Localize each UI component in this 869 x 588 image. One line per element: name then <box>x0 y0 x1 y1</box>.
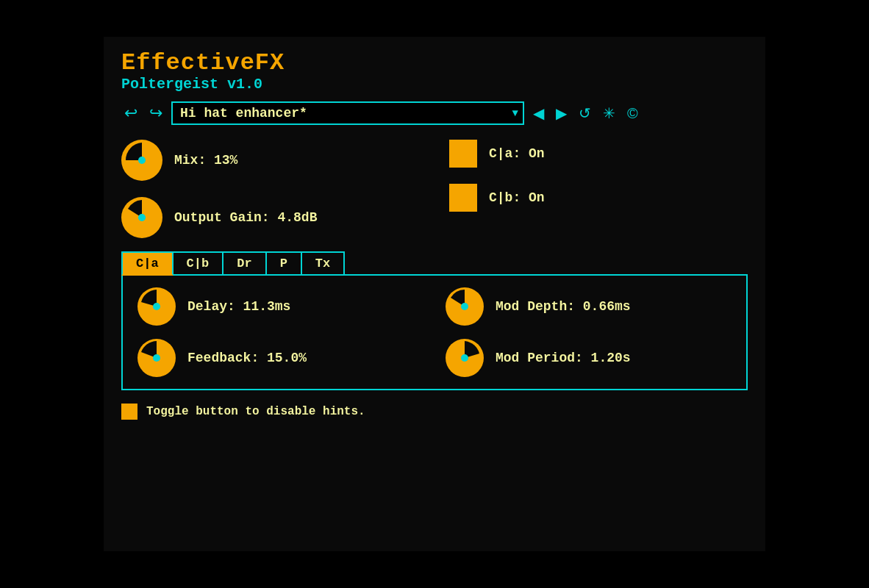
tab-p[interactable]: P <box>265 251 302 276</box>
mod-period-knob[interactable] <box>446 339 484 377</box>
feedback-knob[interactable] <box>137 339 176 377</box>
app-container: EffectiveFX Poltergeist v1.0 ↩ ↪ Hi hat … <box>104 37 765 551</box>
preset-select[interactable]: Hi hat enhancer* Room reverb Shimmer Cho… <box>171 101 524 125</box>
output-gain-row: Output Gain: 4.8dB <box>121 197 420 238</box>
output-gain-label: Output Gain: 4.8dB <box>174 210 317 225</box>
delay-row: Delay: 11.3ms <box>137 287 423 326</box>
mix-label: Mix: 13% <box>174 153 237 168</box>
hint-toggle-square[interactable] <box>121 404 137 420</box>
app-subtitle: Poltergeist v1.0 <box>121 76 748 93</box>
param-right: C|a: On C|b: On <box>420 140 748 212</box>
cb-label: C|b: On <box>489 190 545 205</box>
svg-point-9 <box>461 303 468 310</box>
tab-tx[interactable]: Tx <box>301 251 345 276</box>
mod-period-label: Mod Period: 1.20s <box>496 351 631 365</box>
hint-bar: Toggle button to disable hints. <box>121 404 748 420</box>
tab-cb[interactable]: C|b <box>172 251 224 276</box>
feedback-row: Feedback: 15.0% <box>137 339 423 377</box>
param-left: Mix: 13% Output Gain: 4.8dB <box>121 140 420 238</box>
star-button[interactable]: ✳ <box>600 103 618 123</box>
ca-toggle-button[interactable] <box>449 140 477 168</box>
tab-col-left: Delay: 11.3ms Feedback: 15.0% <box>137 287 423 377</box>
tabs-section: C|a C|b Dr P Tx <box>121 251 748 392</box>
tab-dr[interactable]: Dr <box>222 251 266 276</box>
mod-depth-knob[interactable] <box>446 287 484 326</box>
reset-button[interactable]: ↺ <box>576 103 594 123</box>
delay-label: Delay: 11.3ms <box>187 299 290 314</box>
tab-col-right: Mod Depth: 0.66ms Mod Period: 1.20s <box>423 287 732 377</box>
undo-button[interactable]: ↩ <box>121 102 140 124</box>
svg-point-3 <box>138 214 146 221</box>
next-preset-button[interactable]: ▶ <box>553 103 570 123</box>
tab-params: Delay: 11.3ms Feedback: 15.0% <box>137 287 732 377</box>
mix-row: Mix: 13% <box>121 140 420 181</box>
tab-panel: Delay: 11.3ms Feedback: 15.0% <box>121 274 748 390</box>
app-title: EffectiveFX <box>121 50 748 76</box>
ca-row: C|a: On <box>449 140 545 168</box>
svg-point-5 <box>153 303 160 310</box>
svg-point-1 <box>138 157 146 164</box>
mix-knob[interactable] <box>121 140 162 181</box>
mod-depth-label: Mod Depth: 0.66ms <box>496 299 631 314</box>
mod-depth-row: Mod Depth: 0.66ms <box>446 287 732 326</box>
cb-toggle-button[interactable] <box>449 184 477 212</box>
output-gain-knob[interactable] <box>121 197 162 238</box>
delay-knob[interactable] <box>137 287 176 326</box>
preset-dropdown-wrap: Hi hat enhancer* Room reverb Shimmer Cho… <box>171 101 524 125</box>
tab-ca[interactable]: C|a <box>121 251 174 276</box>
cb-row: C|b: On <box>449 184 545 212</box>
preset-bar: ↩ ↪ Hi hat enhancer* Room reverb Shimmer… <box>121 101 748 125</box>
feedback-label: Feedback: 15.0% <box>187 351 307 365</box>
svg-point-11 <box>461 354 468 362</box>
mod-period-row: Mod Period: 1.20s <box>446 339 732 377</box>
hint-text: Toggle button to disable hints. <box>146 405 365 418</box>
main-params: Mix: 13% Output Gain: 4.8dB C| <box>121 140 748 238</box>
copy-button[interactable]: © <box>624 104 641 123</box>
tabs-list: C|a C|b Dr P Tx <box>121 251 748 276</box>
svg-point-7 <box>153 354 160 362</box>
prev-preset-button[interactable]: ◀ <box>530 103 547 123</box>
redo-button[interactable]: ↪ <box>146 102 165 124</box>
ca-label: C|a: On <box>489 146 545 161</box>
